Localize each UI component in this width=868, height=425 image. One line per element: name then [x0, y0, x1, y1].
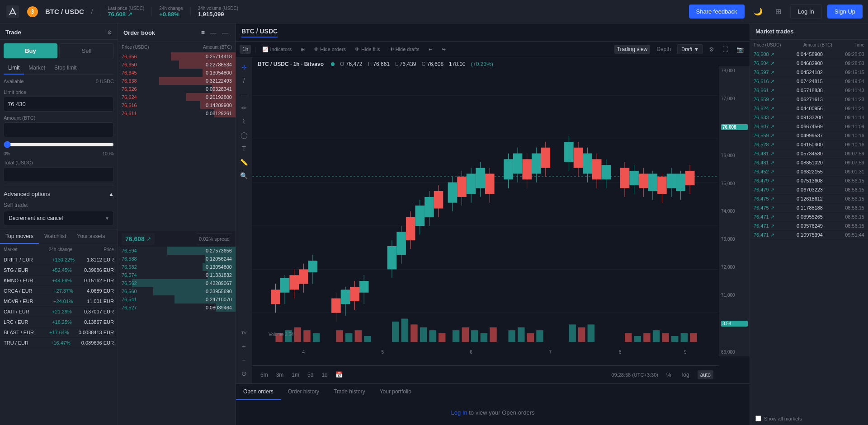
self-trade-select[interactable]: Decrement and cancel Cancel oldest Cance…	[4, 211, 114, 225]
chart-settings-btn[interactable]: ⚙	[707, 45, 717, 54]
hide-orders-btn[interactable]: 👁 Hide orders	[311, 45, 349, 53]
trading-pair[interactable]: BTC / USDC	[45, 8, 84, 15]
ob-buy-row[interactable]: 76,5620.42289067	[118, 279, 236, 287]
shapes-tool[interactable]: ◯	[237, 129, 251, 141]
mp-row[interactable]: 76,479 ↗0.0751360808:56:15	[750, 177, 868, 186]
show-all-markets[interactable]: Show all markets	[750, 412, 868, 425]
mp-row[interactable]: 76,481 ↗0.0573458009:07:59	[750, 149, 868, 159]
mp-row[interactable]: 76,597 ↗0.0452418209:19:15	[750, 68, 868, 77]
amount-slider[interactable]	[4, 141, 114, 148]
logo[interactable]	[5, 5, 20, 19]
grid-button[interactable]: ⊞	[772, 5, 785, 18]
timeframe-1h-btn[interactable]: 1h	[240, 45, 251, 54]
ob-view-buy-btn[interactable]: —	[220, 28, 230, 37]
ob-sell-row[interactable]: 76,6110.08129261	[118, 109, 236, 117]
ob-sell-row[interactable]: 76,6500.22786534	[118, 61, 236, 69]
mp-row[interactable]: 76,559 ↗0.0499953709:10:16	[750, 131, 868, 140]
text-tool[interactable]: T	[237, 142, 251, 155]
ob-sell-row[interactable]: 76,6240.20192800	[118, 93, 236, 101]
draw-tool[interactable]: ✏	[237, 102, 251, 114]
zoom-tool[interactable]: 🔍	[237, 169, 251, 182]
ob-sell-row[interactable]: 76,6160.14289900	[118, 101, 236, 109]
tf-1m-btn[interactable]: 1m	[289, 370, 302, 379]
indicators-btn[interactable]: 📈 Indicators	[259, 45, 294, 54]
trading-view-tab[interactable]: Trading view	[614, 45, 651, 54]
tab-your-portfolio[interactable]: Your portfolio	[373, 384, 419, 400]
buy-button[interactable]: Buy	[4, 43, 57, 58]
hide-drafts-btn[interactable]: 👁 Hide drafts	[387, 45, 422, 53]
mp-row[interactable]: 76,481 ↗0.0885102009:07:59	[750, 159, 868, 168]
trend-line-tool[interactable]: /	[237, 75, 251, 87]
tab-market[interactable]: Market	[24, 62, 50, 75]
ob-view-all-btn[interactable]: ≡	[199, 28, 207, 37]
depth-view-tab[interactable]: Depth	[654, 45, 674, 54]
zoom-in-btn[interactable]: +	[237, 340, 251, 353]
redo-btn[interactable]: ↪	[439, 45, 448, 54]
tradingview-logo-btn[interactable]: TV	[237, 327, 251, 339]
tab-top-movers[interactable]: Top movers	[0, 229, 39, 244]
percent-btn[interactable]: %	[664, 370, 674, 379]
ob-sell-row[interactable]: 76,6560.25714418	[118, 52, 236, 61]
mp-row[interactable]: 76,659 ↗0.0627161309:11:23	[750, 95, 868, 104]
list-item[interactable]: MOVR / EUR+24.01%11.001 EUR	[0, 296, 118, 307]
login-link[interactable]: Log In	[451, 409, 467, 416]
ob-sell-row[interactable]: 76,6450.13054800	[118, 69, 236, 77]
tab-watchlist[interactable]: Watchlist	[39, 229, 71, 244]
limit-price-input[interactable]	[4, 97, 114, 112]
tf-3m-btn[interactable]: 3m	[274, 370, 287, 379]
ob-buy-row[interactable]: 76,5740.11331832	[118, 271, 236, 279]
list-item[interactable]: DRIFT / EUR+130.22%1.8112 EUR	[0, 255, 118, 265]
mp-row[interactable]: 76,633 ↗0.0913320009:11:14	[750, 113, 868, 122]
mp-row[interactable]: 76,475 ↗0.1178818808:56:15	[750, 204, 868, 213]
list-item[interactable]: BLAST / EUR+17.64%0.0088413 EUR	[0, 327, 118, 338]
screenshot-btn[interactable]: 📷	[734, 45, 746, 54]
amount-input[interactable]	[4, 122, 114, 137]
mp-row[interactable]: 76,471 ↗0.0395526508:56:15	[750, 213, 868, 222]
tab-order-history[interactable]: Order history	[281, 384, 326, 400]
list-item[interactable]: STG / EUR+52.45%0.39686 EUR	[0, 265, 118, 276]
ob-buy-row[interactable]: 76,5880.12056244	[118, 255, 236, 263]
tab-limit[interactable]: Limit	[4, 62, 24, 75]
mp-row[interactable]: 76,608 ↗0.0445890009:28:03	[750, 50, 868, 59]
login-button[interactable]: Log In	[790, 4, 822, 19]
list-item[interactable]: CATI / EUR+21.29%0.37007 EUR	[0, 307, 118, 317]
measure-tool[interactable]: 📏	[237, 156, 251, 168]
calendar-btn[interactable]: 📅	[333, 370, 345, 379]
tf-5d-btn[interactable]: 5d	[305, 370, 316, 379]
tab-stop-limit[interactable]: Stop limit	[50, 62, 81, 75]
ob-sell-row[interactable]: 76,6260.09328341	[118, 85, 236, 93]
log-btn[interactable]: log	[679, 370, 692, 379]
ob-buy-row[interactable]: 76,5820.13054800	[118, 263, 236, 271]
ob-view-sell-btn[interactable]: —	[208, 28, 218, 37]
mp-row[interactable]: 76,528 ↗0.0915040009:10:16	[750, 140, 868, 149]
zoom-out-btn[interactable]: −	[237, 354, 251, 366]
mp-row[interactable]: 76,479 ↗0.0670322308:56:15	[750, 186, 868, 195]
ob-buy-row[interactable]: 76,5270.08039464	[118, 304, 236, 312]
fibonacci-tool[interactable]: ⌇	[237, 115, 251, 128]
tab-trade-history[interactable]: Trade history	[326, 384, 373, 400]
advanced-options-toggle[interactable]: Advanced options ▲	[4, 186, 114, 202]
sell-button[interactable]: Sell	[59, 43, 114, 58]
mp-row[interactable]: 76,624 ↗0.0440095609:11:21	[750, 104, 868, 113]
total-input[interactable]	[4, 167, 114, 182]
show-all-checkbox[interactable]	[755, 416, 761, 421]
mp-row[interactable]: 76,475 ↗0.1261861208:56:15	[750, 195, 868, 204]
mp-row[interactable]: 76,452 ↗0.0682215509:01:31	[750, 168, 868, 177]
draft-button[interactable]: Draft ▼	[677, 44, 703, 54]
layout-btn[interactable]: ⊞	[298, 45, 307, 54]
tf-1d-btn[interactable]: 1d	[319, 370, 330, 379]
tf-6m-btn[interactable]: 6m	[258, 370, 271, 379]
theme-toggle-button[interactable]: 🌙	[750, 5, 766, 18]
list-item[interactable]: ORCA / EUR+27.37%4.0689 EUR	[0, 286, 118, 296]
list-item[interactable]: LRC / EUR+18.25%0.13867 EUR	[0, 317, 118, 327]
trade-settings-icon[interactable]: ⚙	[107, 29, 112, 36]
auto-btn[interactable]: auto	[698, 370, 713, 379]
time-reset-btn[interactable]: ⊙	[237, 367, 251, 380]
ob-sell-row[interactable]: 76,6380.32122493	[118, 77, 236, 85]
list-item[interactable]: KMNO / EUR+44.69%0.15162 EUR	[0, 276, 118, 286]
mp-row[interactable]: 76,471 ↗0.1097539409:51:44	[750, 231, 868, 240]
mp-row[interactable]: 76,616 ↗0.0742481509:19:04	[750, 77, 868, 86]
horizontal-line-tool[interactable]: —	[237, 88, 251, 101]
list-item[interactable]: TRU / EUR+16.47%0.089696 EUR	[0, 338, 118, 348]
ob-buy-row[interactable]: 76,5940.27573656	[118, 247, 236, 255]
